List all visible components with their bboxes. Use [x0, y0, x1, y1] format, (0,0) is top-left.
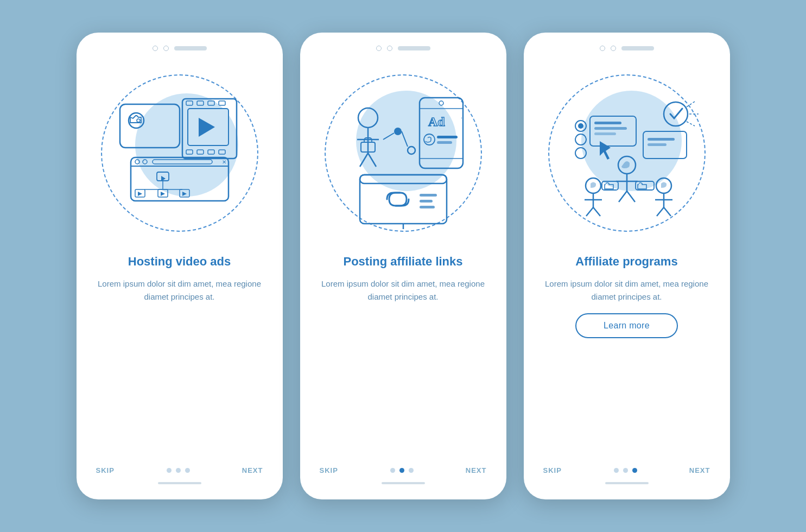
svg-rect-18 — [153, 160, 212, 164]
svg-marker-25 — [138, 192, 142, 196]
phone-camera-5 — [600, 46, 605, 51]
dot-3-1 — [614, 468, 619, 473]
screens-container: ✕ Hosting video ads Lorem ipsum dolor si… — [77, 33, 730, 499]
phone-camera-1 — [153, 46, 158, 51]
screen-1-description: Lorem ipsum dolor sit dim amet, mea regi… — [92, 277, 268, 303]
dot-1-3 — [185, 468, 190, 473]
svg-point-2 — [137, 119, 140, 122]
svg-text:Ad: Ad — [428, 115, 445, 129]
dot-2-2 — [399, 468, 404, 473]
home-indicator-3 — [605, 482, 649, 484]
phone-screen-2: Ad . Posting — [300, 33, 506, 499]
svg-rect-8 — [186, 150, 193, 154]
screen-2-dots — [390, 468, 414, 473]
svg-line-68 — [687, 122, 695, 126]
home-indicator-1 — [158, 482, 201, 484]
svg-point-59 — [578, 123, 583, 129]
svg-line-86 — [657, 207, 664, 216]
svg-rect-53 — [420, 194, 437, 197]
svg-point-17 — [143, 160, 147, 164]
home-indicator-2 — [382, 482, 425, 484]
svg-rect-62 — [594, 127, 627, 130]
svg-rect-10 — [208, 150, 214, 154]
svg-point-65 — [664, 102, 688, 126]
svg-point-46 — [424, 134, 435, 145]
svg-point-36 — [394, 128, 402, 135]
svg-line-38 — [383, 133, 394, 140]
svg-rect-70 — [648, 138, 675, 141]
svg-marker-27 — [161, 192, 165, 196]
svg-rect-0 — [120, 104, 180, 148]
screen-2-bottom-nav: SKIP NEXT — [315, 466, 491, 474]
video-ads-illustration: ✕ — [104, 77, 256, 229]
screen-2-title: Posting affiliate links — [343, 254, 462, 270]
dot-1-2 — [176, 468, 181, 473]
phone-camera-2 — [163, 46, 169, 51]
svg-point-57 — [575, 134, 586, 145]
screen-1-bottom-nav: SKIP NEXT — [92, 466, 268, 474]
dot-2-1 — [390, 468, 395, 473]
svg-rect-48 — [437, 141, 452, 144]
phone-speaker-3 — [621, 46, 654, 50]
svg-line-80 — [586, 207, 593, 216]
affiliate-links-illustration: Ad . — [327, 77, 479, 229]
svg-rect-6 — [208, 101, 214, 105]
screen-2-skip[interactable]: SKIP — [320, 466, 338, 474]
svg-marker-64 — [600, 141, 611, 160]
svg-point-30 — [358, 108, 378, 128]
svg-line-75 — [619, 191, 627, 202]
screen-1-next[interactable]: NEXT — [242, 466, 263, 474]
svg-rect-49 — [360, 175, 447, 224]
phone-screen-1: ✕ Hosting video ads Lorem ipsum dolor si… — [77, 33, 283, 499]
screen-1-skip[interactable]: SKIP — [96, 466, 115, 474]
svg-line-39 — [402, 131, 408, 147]
svg-line-34 — [368, 153, 376, 167]
illustration-area-3 — [539, 61, 715, 245]
svg-point-37 — [408, 147, 415, 154]
svg-line-81 — [593, 207, 600, 216]
svg-line-33 — [360, 153, 368, 167]
phone-camera-6 — [611, 46, 616, 51]
screen-3-description: Lorem ipsum dolor sit dim amet, mea regi… — [539, 277, 715, 303]
affiliate-programs-illustration — [551, 77, 703, 229]
screen-2-description: Lorem ipsum dolor sit dim amet, mea regi… — [315, 277, 491, 303]
svg-rect-5 — [197, 101, 204, 105]
phone-speaker-1 — [174, 46, 207, 50]
svg-rect-7 — [219, 101, 225, 105]
svg-rect-63 — [594, 132, 616, 135]
svg-rect-11 — [219, 150, 225, 154]
phone-top-bar-2 — [315, 46, 491, 51]
phone-screen-3: Affiliate programs Lorem ipsum dolor sit… — [524, 33, 730, 499]
screen-1-title: Hosting video ads — [128, 254, 231, 270]
svg-rect-71 — [648, 143, 667, 146]
svg-line-66 — [687, 102, 695, 107]
svg-point-43 — [439, 101, 443, 105]
phone-top-bar-3 — [539, 46, 715, 51]
svg-rect-54 — [420, 200, 433, 202]
screen-2-next[interactable]: NEXT — [466, 466, 487, 474]
phone-camera-3 — [376, 46, 382, 51]
screen-3-skip[interactable]: SKIP — [543, 466, 562, 474]
svg-point-16 — [135, 160, 139, 164]
svg-marker-29 — [182, 192, 187, 196]
screen-3-dots — [614, 468, 637, 473]
svg-text:.: . — [461, 113, 462, 119]
learn-more-button[interactable]: Learn more — [575, 313, 678, 338]
svg-line-76 — [627, 191, 635, 202]
screen-3-title: Affiliate programs — [575, 254, 677, 270]
dot-1-1 — [167, 468, 172, 473]
svg-line-87 — [664, 207, 671, 216]
illustration-area-2: Ad . — [315, 61, 491, 245]
screen-1-dots — [167, 468, 190, 473]
illustration-area-1: ✕ — [92, 61, 268, 245]
dot-2-3 — [409, 468, 414, 473]
svg-rect-50 — [360, 175, 447, 183]
svg-rect-4 — [186, 101, 193, 105]
dot-3-3 — [632, 468, 637, 473]
dot-3-2 — [623, 468, 628, 473]
screen-3-next[interactable]: NEXT — [689, 466, 710, 474]
phone-speaker-2 — [398, 46, 430, 50]
svg-text:✕: ✕ — [222, 159, 226, 165]
screen-3-bottom-nav: SKIP NEXT — [539, 466, 715, 474]
phone-top-bar-1 — [92, 46, 268, 51]
